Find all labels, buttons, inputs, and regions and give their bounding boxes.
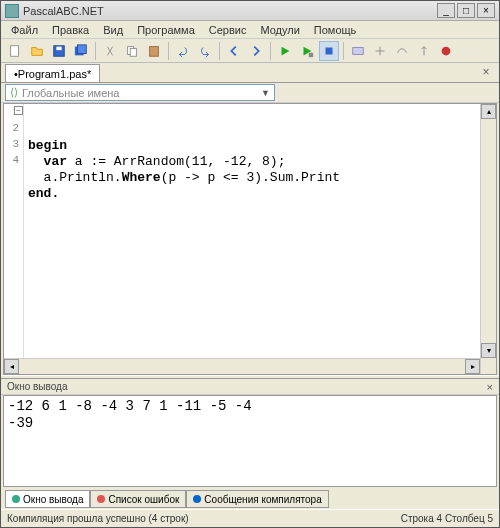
minimize-button[interactable]: _ bbox=[437, 3, 455, 18]
menu-view[interactable]: Вид bbox=[97, 23, 129, 37]
menubar: Файл Правка Вид Программа Сервис Модули … bbox=[1, 21, 499, 39]
dot-icon bbox=[193, 495, 201, 503]
stepover-button[interactable] bbox=[392, 41, 412, 61]
copy-button[interactable] bbox=[122, 41, 142, 61]
bottom-tabs: Окно вывода Список ошибок Сообщения комп… bbox=[1, 489, 499, 509]
code-line: end. bbox=[28, 186, 59, 201]
compile-button[interactable] bbox=[348, 41, 368, 61]
run2-button[interactable] bbox=[297, 41, 317, 61]
output-close-icon[interactable]: × bbox=[487, 381, 493, 393]
new-file-button[interactable] bbox=[5, 41, 25, 61]
save-button[interactable] bbox=[49, 41, 69, 61]
toolbar-sep bbox=[95, 42, 96, 60]
output-header: Окно вывода × bbox=[1, 379, 499, 395]
svg-rect-9 bbox=[326, 47, 333, 54]
line-number: 3 bbox=[4, 138, 23, 154]
toolbar-sep5 bbox=[343, 42, 344, 60]
bottab-label: Список ошибок bbox=[108, 494, 179, 505]
code-area[interactable]: − begin var a := ArrRandom(11, -12, 8); … bbox=[24, 104, 496, 374]
bottab-label: Окно вывода bbox=[23, 494, 83, 505]
output-line: -12 6 1 -8 -4 3 7 1 -11 -5 -4 bbox=[8, 398, 252, 414]
symbols-dropdown[interactable]: ⟨⟩ Глобальные имена ▼ bbox=[5, 84, 275, 101]
window-title: PascalABC.NET bbox=[23, 5, 437, 17]
svg-rect-7 bbox=[150, 46, 159, 56]
cut-button[interactable] bbox=[100, 41, 120, 61]
bottab-output[interactable]: Окно вывода bbox=[5, 490, 90, 508]
code-line: begin bbox=[28, 138, 67, 153]
svg-point-11 bbox=[442, 46, 451, 55]
scroll-down-button[interactable]: ▾ bbox=[481, 343, 496, 358]
menu-file[interactable]: Файл bbox=[5, 23, 44, 37]
tab-label: •Program1.pas* bbox=[14, 68, 91, 80]
menu-edit[interactable]: Правка bbox=[46, 23, 95, 37]
scroll-left-button[interactable]: ◂ bbox=[4, 359, 19, 374]
status-right: Строка 4 Столбец 5 bbox=[401, 513, 493, 524]
toolbar bbox=[1, 39, 499, 63]
tab-program1[interactable]: •Program1.pas* bbox=[5, 64, 100, 82]
saveall-button[interactable] bbox=[71, 41, 91, 61]
horizontal-scrollbar[interactable]: ◂ ▸ bbox=[4, 358, 480, 374]
bottab-compiler[interactable]: Сообщения компилятора bbox=[186, 490, 328, 508]
close-button[interactable]: × bbox=[477, 3, 495, 18]
run-button[interactable] bbox=[275, 41, 295, 61]
menu-modules[interactable]: Модули bbox=[254, 23, 305, 37]
window-buttons: _ □ × bbox=[437, 3, 495, 18]
svg-rect-2 bbox=[56, 46, 61, 50]
nav-fwd-button[interactable] bbox=[246, 41, 266, 61]
scroll-up-button[interactable]: ▴ bbox=[481, 104, 496, 119]
nav-back-button[interactable] bbox=[224, 41, 244, 61]
svg-rect-8 bbox=[309, 52, 313, 56]
code-line: var a := ArrRandom(11, -12, 8); bbox=[28, 154, 285, 169]
toolbar-sep3 bbox=[219, 42, 220, 60]
svg-rect-4 bbox=[78, 44, 87, 53]
tab-close-icon[interactable]: × bbox=[479, 65, 493, 79]
open-button[interactable] bbox=[27, 41, 47, 61]
dropdown-placeholder: Глобальные имена bbox=[22, 87, 120, 99]
toolbar-sep4 bbox=[270, 42, 271, 60]
gutter: 1 2 3 4 bbox=[4, 104, 24, 374]
breakpoint-button[interactable] bbox=[436, 41, 456, 61]
maximize-button[interactable]: □ bbox=[457, 3, 475, 18]
menu-service[interactable]: Сервис bbox=[203, 23, 253, 37]
fold-toggle[interactable]: − bbox=[14, 106, 23, 115]
stepout-button[interactable] bbox=[414, 41, 434, 61]
code-line: a.Println.Where(p -> p <= 3).Sum.Print bbox=[28, 170, 340, 185]
undo-button[interactable] bbox=[173, 41, 193, 61]
vertical-scrollbar[interactable]: ▴ ▾ bbox=[480, 104, 496, 374]
statusbar: Компиляция прошла успешно (4 строк) Стро… bbox=[1, 509, 499, 527]
bottab-errors[interactable]: Список ошибок bbox=[90, 490, 186, 508]
output-body[interactable]: -12 6 1 -8 -4 3 7 1 -11 -5 -4 -39 bbox=[3, 395, 497, 487]
code-editor[interactable]: 1 2 3 4 − begin var a := ArrRandom(11, -… bbox=[3, 103, 497, 375]
svg-rect-10 bbox=[353, 47, 364, 54]
stepinto-button[interactable] bbox=[370, 41, 390, 61]
stop-button[interactable] bbox=[319, 41, 339, 61]
chevron-down-icon: ▼ bbox=[261, 88, 270, 98]
bottab-label: Сообщения компилятора bbox=[204, 494, 321, 505]
toolbar-sep2 bbox=[168, 42, 169, 60]
redo-button[interactable] bbox=[195, 41, 215, 61]
dot-icon bbox=[12, 495, 20, 503]
app-icon bbox=[5, 4, 19, 18]
svg-rect-0 bbox=[11, 45, 19, 56]
app-window: PascalABC.NET _ □ × Файл Правка Вид Прог… bbox=[0, 0, 500, 528]
line-number: 4 bbox=[4, 154, 23, 170]
line-number: 2 bbox=[4, 122, 23, 138]
file-tabs: •Program1.pas* × bbox=[1, 63, 499, 83]
output-panel: Окно вывода × -12 6 1 -8 -4 3 7 1 -11 -5… bbox=[1, 379, 499, 489]
menu-help[interactable]: Помощь bbox=[308, 23, 363, 37]
menu-program[interactable]: Программа bbox=[131, 23, 201, 37]
output-line: -39 bbox=[8, 415, 33, 431]
symbols-dropdown-row: ⟨⟩ Глобальные имена ▼ bbox=[1, 83, 499, 103]
scroll-right-button[interactable]: ▸ bbox=[465, 359, 480, 374]
output-title: Окно вывода bbox=[7, 381, 67, 392]
dot-icon bbox=[97, 495, 105, 503]
svg-rect-6 bbox=[130, 48, 136, 56]
paste-button[interactable] bbox=[144, 41, 164, 61]
status-left: Компиляция прошла успешно (4 строк) bbox=[7, 513, 189, 524]
titlebar[interactable]: PascalABC.NET _ □ × bbox=[1, 1, 499, 21]
